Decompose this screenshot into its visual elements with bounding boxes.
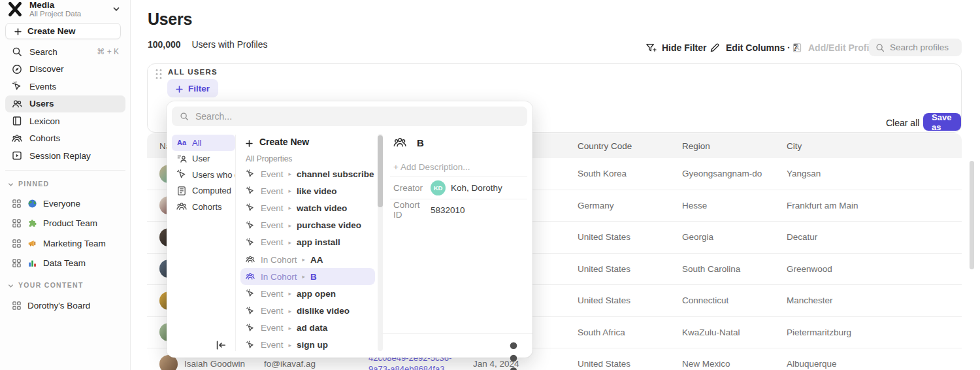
sidebar-item-cohorts[interactable]: Cohorts (5, 130, 125, 148)
sidebar-item-users[interactable]: Users (5, 95, 125, 113)
collapse-panel-icon[interactable] (215, 339, 227, 350)
sidebar-item-lexicon[interactable]: Lexicon (5, 112, 125, 130)
event-icon (246, 307, 255, 316)
your-content-section-header[interactable]: YOUR CONTENT (8, 281, 84, 289)
dropdown-category-label: All (192, 138, 201, 148)
dropdown-category-user[interactable]: User (172, 151, 235, 167)
dropdown-category-users-who-di[interactable]: Users who di... (172, 167, 235, 183)
sidebar-item-search[interactable]: Search⌘ + K (5, 43, 125, 61)
pinned-section-label: PINNED (18, 180, 49, 188)
table-scrollbar[interactable] (970, 161, 974, 269)
caret-right-icon: ▸ (289, 222, 292, 229)
region-cell: Georgia (682, 232, 787, 242)
chart-icon (27, 258, 37, 268)
hide-filter-button[interactable]: Hide Filter (645, 42, 706, 53)
create-new-label: Create New (27, 26, 76, 36)
caret-right-icon: ▸ (289, 239, 292, 246)
keyboard-shortcut: ⌘ + K (97, 47, 119, 56)
more-options-icon[interactable] (509, 340, 518, 350)
cohort-id-row: Cohort ID 5832010 (393, 201, 527, 218)
workspace-switcher[interactable]: Media All Project Data (7, 0, 125, 23)
hide-filter-label: Hide Filter (662, 42, 706, 53)
create-new-button[interactable]: Create New (5, 23, 121, 39)
dropdown-item-event-purchase-video[interactable]: Event▸purchase video (240, 217, 375, 234)
dropdown-item-event-app-open[interactable]: Event▸app open (240, 285, 375, 302)
drag-handle-icon[interactable] (155, 69, 163, 78)
plus-icon (14, 27, 22, 35)
board-item-label: Everyone (43, 199, 80, 209)
pinned-section-header[interactable]: PINNED (8, 180, 49, 188)
dropdown-category-computed[interactable]: Computed (172, 183, 235, 199)
item-name: like video (297, 186, 337, 196)
filter-group-label: ALL USERS (168, 68, 218, 76)
board-item-marketing-team[interactable]: Marketing Team (5, 233, 125, 254)
column-header-country[interactable]: Country Code (578, 141, 682, 151)
event-icon (12, 81, 22, 92)
board-item-product-team[interactable]: Product Team (5, 214, 125, 234)
event-icon (246, 238, 255, 247)
board-item-everyone[interactable]: Everyone (5, 193, 125, 214)
region-cell: Connecticut (682, 295, 787, 305)
dropdown-scrollbar-thumb[interactable] (378, 135, 383, 207)
dropdown-item-event-app-install[interactable]: Event▸app install (240, 234, 375, 251)
item-name: app open (297, 289, 336, 299)
dropdown-create-new-label: Create New (259, 137, 309, 147)
event-icon (246, 221, 255, 230)
add-filter-button[interactable]: Filter (167, 79, 218, 97)
dropdown-item-event-ad-data[interactable]: Event▸ad data (240, 320, 375, 337)
user-count-row: 100,000 Users with Profiles (148, 39, 267, 50)
add-description-button[interactable]: + Add Description... (393, 162, 470, 172)
dropdown-item-event-dislike-video[interactable]: Event▸dislike video (240, 303, 375, 320)
item-name: channel subscribe (297, 169, 374, 179)
sidebar-item-session-replay[interactable]: Session Replay (5, 147, 125, 165)
dropdown-item-in-cohort-b[interactable]: In Cohort▸B (240, 268, 375, 285)
board-item-data-team[interactable]: Data Team (5, 254, 125, 274)
edit-columns-button[interactable]: Edit Columns · 7 (710, 42, 798, 53)
region-cell: South Carolina (682, 264, 787, 274)
dropdown-divider (235, 135, 236, 351)
dropdown-item-event-sign-up[interactable]: Event▸sign up (240, 337, 375, 354)
pinned-list: EveryoneProduct TeamMarketing TeamData T… (5, 193, 125, 273)
board-item-label: Marketing Team (43, 239, 106, 248)
board-item-label: Product Team (43, 218, 97, 228)
user-count-label[interactable]: Users with Profiles (192, 39, 268, 50)
dropdown-item-event-like-video[interactable]: Event▸like video (240, 182, 375, 199)
column-header-region[interactable]: Region (682, 141, 787, 151)
add-edit-profile-label: Add/Edit Profile (808, 42, 877, 53)
user-name: Isaiah Goodwin (184, 359, 245, 369)
dropdown-item-in-cohort-aa[interactable]: In Cohort▸AA (240, 251, 375, 268)
dropdown-item-event-channel-subscribe[interactable]: Event▸channel subscribe (240, 165, 375, 182)
dropdown-category-label: Computed (192, 186, 231, 195)
dropdown-category-cohorts[interactable]: Cohorts (172, 199, 235, 215)
city-cell: Yangsan (787, 169, 962, 178)
item-prefix: Event (261, 186, 284, 196)
dropdown-category-all[interactable]: AaAll (172, 135, 235, 151)
creator-name: Koh, Dorothy (451, 183, 502, 193)
search-profiles-box[interactable] (869, 39, 962, 56)
dropdown-search-input[interactable] (195, 111, 519, 122)
country-cell: United States (578, 359, 682, 369)
save-as-button[interactable]: Save as (923, 113, 961, 131)
dropdown-create-new-button[interactable]: Create New (240, 133, 375, 151)
country-cell: Germany (578, 201, 682, 210)
item-prefix: In Cohort (261, 255, 297, 265)
event-icon (246, 186, 255, 195)
sidebar-item-discover[interactable]: Discover (5, 61, 125, 78)
search-icon (12, 46, 22, 57)
search-profiles-input[interactable] (890, 42, 955, 52)
dropdown-search-box[interactable] (172, 107, 527, 126)
caret-right-icon: ▸ (289, 342, 292, 348)
add-edit-profile-button[interactable]: Add/Edit Profile (792, 42, 877, 53)
app-root: Media All Project Data Create New Search… (0, 0, 980, 370)
sidebar-divider (5, 170, 125, 171)
column-header-city[interactable]: City (787, 141, 962, 151)
add-filter-label: Filter (188, 84, 210, 93)
region-cell: Gyeongsangnam-do (682, 169, 787, 178)
dropdown-item-event-watch-video[interactable]: Event▸watch video (240, 199, 375, 216)
clear-all-button[interactable]: Clear all (886, 118, 919, 128)
cohort-title: B (417, 137, 424, 148)
aa-icon: Aa (176, 138, 187, 147)
puzzle-icon (27, 218, 37, 228)
sidebar-item-events[interactable]: Events (5, 78, 125, 95)
board-item-dorothy-s-board[interactable]: Dorothy's Board (5, 295, 125, 316)
